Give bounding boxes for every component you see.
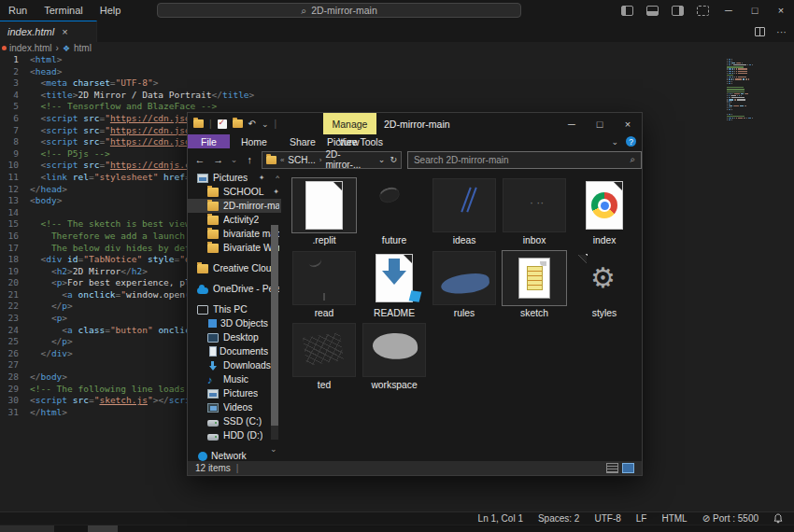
file-item-read[interactable] bbox=[292, 251, 356, 305]
file-label[interactable]: README bbox=[359, 308, 430, 318]
menu-help[interactable]: Help bbox=[92, 0, 130, 21]
file-label[interactable]: rules bbox=[429, 308, 500, 318]
ribbon-tab-picture-tools[interactable]: Picture Tools bbox=[323, 134, 387, 148]
file-label[interactable]: read bbox=[289, 308, 360, 318]
sidebar-item-documents[interactable]: Documents bbox=[188, 344, 281, 358]
address-bar[interactable]: « SCH... › 2D-mirror-... ⌄ ↻ bbox=[262, 151, 402, 169]
sidebar-item-pictures[interactable]: Pictures bbox=[188, 386, 281, 400]
file-item-index[interactable] bbox=[573, 178, 636, 232]
help-icon[interactable]: ? bbox=[626, 136, 636, 147]
code-line[interactable]: 3 <meta charset="UTF-8"> bbox=[0, 77, 794, 90]
maximize-button[interactable]: □ bbox=[742, 0, 768, 21]
sidebar-item-music[interactable]: ♪Music bbox=[188, 372, 281, 386]
code-line[interactable]: 2<head> bbox=[0, 66, 794, 78]
sidebar-scroll-down-icon[interactable]: ⌄ bbox=[270, 444, 277, 454]
crumb-current[interactable]: 2D-mirror-... bbox=[325, 149, 374, 170]
customize-qat-icon[interactable]: ⌄ bbox=[262, 119, 269, 129]
file-label[interactable]: future bbox=[359, 235, 430, 245]
sidebar-item-pictures[interactable]: Pictures✦^ bbox=[188, 171, 281, 185]
toggle-secondary-sidebar-icon[interactable] bbox=[672, 6, 684, 16]
explorer-maximize-button[interactable]: □ bbox=[586, 113, 614, 134]
file-label[interactable]: ted bbox=[289, 380, 360, 390]
sidebar-item-bivariate-map[interactable]: bivariate map bbox=[188, 227, 281, 241]
explorer-minimize-button[interactable]: ─ bbox=[558, 113, 586, 134]
tab-index-html[interactable]: index.html × bbox=[0, 21, 97, 42]
minimap[interactable] bbox=[727, 58, 788, 161]
sidebar-item-2d-mirror-main[interactable]: 2D-mirror-main bbox=[188, 199, 281, 213]
toggle-panel-icon[interactable] bbox=[646, 6, 659, 16]
thumbnails-view-icon[interactable] bbox=[622, 463, 634, 473]
sidebar-item-school[interactable]: SCHOOL✦ bbox=[188, 185, 281, 199]
breadcrumb-file[interactable]: index.html bbox=[9, 43, 52, 53]
sidebar-item-hdd-d-[interactable]: HDD (D:) bbox=[188, 428, 281, 442]
ribbon-tab-file[interactable]: File bbox=[188, 134, 230, 148]
explorer-close-button[interactable]: × bbox=[614, 113, 642, 134]
quick-access-toolbar[interactable]: | ↶ ⌄ | bbox=[188, 119, 276, 129]
file-label[interactable]: workspace bbox=[359, 380, 430, 390]
close-button[interactable]: × bbox=[768, 0, 794, 21]
properties-icon[interactable] bbox=[218, 119, 227, 129]
sidebar-item-downloads[interactable]: Downloads bbox=[188, 358, 281, 372]
recent-locations-icon[interactable]: ⌄ bbox=[231, 155, 238, 164]
ribbon-tab-manage[interactable]: Manage bbox=[323, 113, 376, 134]
file-label[interactable]: styles bbox=[569, 308, 640, 318]
tab-close-icon[interactable]: × bbox=[62, 26, 67, 37]
code-line[interactable]: 1<html> bbox=[0, 54, 794, 66]
sidebar-item-bivariate-worksh[interactable]: Bivariate Worksh bbox=[188, 241, 281, 255]
ribbon-tab-share[interactable]: Share bbox=[278, 134, 327, 148]
customize-layout-icon[interactable] bbox=[697, 6, 709, 16]
file-item-readme[interactable] bbox=[362, 251, 426, 305]
crumb-parent[interactable]: SCH... bbox=[288, 155, 315, 165]
file-item-inbox[interactable] bbox=[503, 178, 566, 232]
details-view-icon[interactable] bbox=[606, 463, 618, 473]
file-label[interactable]: inbox bbox=[499, 235, 570, 245]
file-item-future[interactable] bbox=[362, 178, 426, 232]
sidebar-item-this-pc[interactable]: This PC bbox=[188, 302, 281, 316]
new-folder-icon[interactable] bbox=[233, 119, 243, 128]
status-ln-1-col-1[interactable]: Ln 1, Col 1 bbox=[478, 513, 523, 524]
menu-terminal[interactable]: Terminal bbox=[35, 0, 92, 21]
minimize-button[interactable]: ─ bbox=[716, 0, 742, 21]
sidebar-item-3d-objects[interactable]: 3D Objects bbox=[188, 316, 281, 330]
sidebar-scrollbar[interactable] bbox=[271, 225, 278, 440]
folder-icon[interactable] bbox=[193, 119, 204, 128]
sidebar-item-videos[interactable]: Videos bbox=[188, 400, 281, 414]
status-html[interactable]: HTML bbox=[661, 513, 687, 524]
collapse-icon[interactable]: ^ bbox=[276, 174, 279, 182]
file-item-rules[interactable] bbox=[432, 251, 496, 305]
notifications-bell-icon[interactable] bbox=[773, 513, 783, 524]
status-lf[interactable]: LF bbox=[636, 513, 647, 524]
sidebar-item-ssd-c-[interactable]: SSD (C:) bbox=[188, 414, 281, 428]
file-item--replit[interactable] bbox=[292, 178, 356, 232]
toggle-sidebar-icon[interactable] bbox=[621, 6, 633, 16]
code-line[interactable]: 4 <title>2D Mirror / Data Portrait</titl… bbox=[0, 90, 794, 102]
explorer-search-input[interactable]: Search 2D-mirror-main ⌕ bbox=[407, 151, 642, 169]
file-explorer-window[interactable]: | ↶ ⌄ | Manage 2D-mirror-main ─ □ × File… bbox=[187, 112, 643, 476]
refresh-icon[interactable]: ↻ bbox=[390, 155, 397, 164]
command-center[interactable]: ⌕ 2D-mirror-main bbox=[157, 3, 521, 18]
up-icon[interactable]: ↑ bbox=[243, 154, 256, 165]
file-item-ideas[interactable] bbox=[432, 178, 496, 232]
file-label[interactable]: index bbox=[569, 235, 640, 245]
address-dropdown-icon[interactable]: ⌄ bbox=[378, 155, 386, 164]
file-item-styles[interactable]: ⚙ bbox=[573, 251, 636, 305]
explorer-back-icon[interactable]: ← bbox=[193, 154, 206, 165]
file-label[interactable]: sketch bbox=[499, 308, 570, 318]
breadcrumb-symbol[interactable]: html bbox=[74, 43, 92, 53]
menu-run[interactable]: Run bbox=[0, 0, 35, 21]
sidebar-item-creative-cloud-fil[interactable]: Creative Cloud Fil bbox=[188, 261, 281, 275]
sidebar-item-desktop[interactable]: Desktop bbox=[188, 330, 281, 344]
minimize-ribbon-icon[interactable]: ⌄ bbox=[611, 137, 618, 147]
split-editor-icon[interactable] bbox=[755, 27, 765, 36]
undo-icon[interactable]: ↶ bbox=[248, 119, 256, 129]
file-item-ted[interactable] bbox=[292, 323, 356, 377]
file-item-sketch[interactable] bbox=[503, 251, 566, 305]
status-spaces-2[interactable]: Spaces: 2 bbox=[538, 513, 579, 524]
file-label[interactable]: .replit bbox=[289, 235, 360, 245]
file-item-workspace[interactable] bbox=[362, 323, 426, 377]
ribbon-tab-home[interactable]: Home bbox=[230, 134, 278, 148]
sidebar-item-onedrive-person[interactable]: OneDrive - Person bbox=[188, 282, 281, 296]
more-actions-icon[interactable]: ··· bbox=[776, 26, 787, 37]
file-label[interactable]: ideas bbox=[429, 235, 500, 245]
port-indicator[interactable]: ⊘ Port : 5500 bbox=[702, 513, 759, 524]
